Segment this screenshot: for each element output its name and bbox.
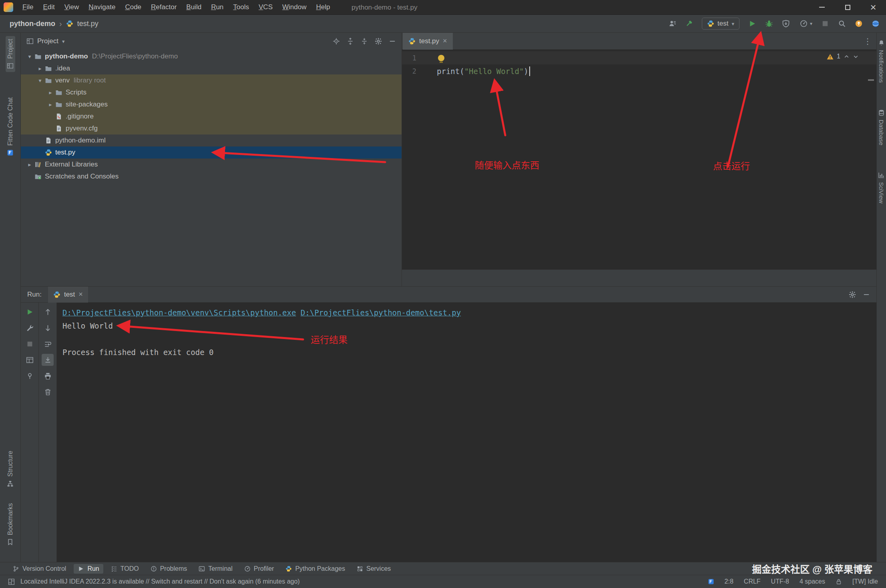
fitten-icon[interactable]	[708, 578, 714, 585]
tool-button-sciview[interactable]: SciView	[877, 169, 886, 206]
menu-window[interactable]: Window	[278, 2, 311, 13]
search-icon[interactable]	[838, 20, 846, 28]
expand-all-icon[interactable]	[347, 38, 354, 45]
stop-button[interactable]	[24, 338, 36, 350]
status-tw-idle[interactable]: [TW] Idle	[852, 578, 878, 585]
tool-window-button-profiler[interactable]: Profiler	[240, 564, 278, 574]
tool-button-bookmarks[interactable]: Bookmarks	[6, 500, 15, 548]
coverage-button[interactable]	[782, 20, 790, 28]
down-stacktrace-button[interactable]	[42, 322, 54, 334]
console-link[interactable]: D:\ProjectFlies\python-demo\test.py	[301, 308, 461, 317]
profiler-button[interactable]	[799, 20, 812, 28]
status-2-8[interactable]: 2:8	[725, 578, 733, 585]
update-icon[interactable]	[855, 20, 863, 28]
stop-button[interactable]	[821, 20, 829, 28]
gear-icon[interactable]	[849, 291, 856, 298]
menu-edit[interactable]: Edit	[38, 2, 59, 13]
chevron-collapsed-icon[interactable]: ▸	[35, 65, 45, 72]
hide-panel-icon[interactable]	[389, 38, 396, 45]
gear-icon[interactable]	[375, 38, 382, 45]
next-problem-icon[interactable]	[853, 54, 859, 60]
chevron-expanded-icon[interactable]: ▾	[25, 53, 34, 60]
run-console[interactable]: D:\ProjectFlies\python-demo\venv\Scripts…	[57, 303, 876, 562]
tree-item-site-packages[interactable]: ▸site-packages	[21, 98, 402, 110]
tool-button-database[interactable]: Database	[877, 106, 886, 148]
tool-button-structure[interactable]: Structure	[6, 448, 15, 490]
status-crlf[interactable]: CRLF	[744, 578, 761, 585]
menu-help[interactable]: Help	[311, 2, 334, 13]
intention-bulb-icon[interactable]	[438, 55, 444, 61]
tool-window-button-run[interactable]: Run	[74, 564, 103, 574]
menu-vcs[interactable]: VCS	[254, 2, 277, 13]
status-4-spaces[interactable]: 4 spaces	[800, 578, 825, 585]
pin-tab-button[interactable]	[24, 370, 36, 382]
editor-tab-testpy[interactable]: test.py	[403, 33, 453, 50]
prev-problem-icon[interactable]	[844, 54, 850, 60]
run-config-select[interactable]: test	[702, 18, 739, 30]
minimize-button[interactable]	[809, 0, 835, 14]
tree-item-scratches-and-consoles[interactable]: Scratches and Consoles	[21, 171, 402, 183]
soft-wrap-button[interactable]	[42, 338, 54, 350]
chevron-expanded-icon[interactable]: ▾	[35, 77, 45, 84]
chevron-collapsed-icon[interactable]: ▸	[46, 89, 55, 96]
inspections-widget[interactable]: 1	[827, 53, 859, 60]
menu-code[interactable]: Code	[121, 2, 146, 13]
tree-item-scripts[interactable]: ▸Scripts	[21, 86, 402, 98]
tree-item-idea[interactable]: ▸.idea	[21, 62, 402, 74]
maximize-button[interactable]	[835, 0, 860, 14]
tree-item-gitignore[interactable]: .gitignore	[21, 110, 402, 122]
tool-window-button-todo[interactable]: TODO	[107, 564, 143, 574]
close-tab-icon[interactable]	[443, 37, 447, 45]
menu-refactor[interactable]: Refactor	[147, 2, 181, 13]
tool-window-button-terminal[interactable]: Terminal	[195, 564, 236, 574]
hide-panel-icon[interactable]	[863, 291, 870, 298]
tool-window-button-python-packages[interactable]: Python Packages	[281, 564, 349, 574]
print-console-button[interactable]	[42, 370, 54, 382]
run-tab-test[interactable]: test	[48, 287, 88, 303]
tree-item-python-demo[interactable]: ▾python-demoD:\ProjectFlies\python-demo	[21, 50, 402, 62]
tool-window-switcher-icon[interactable]	[8, 578, 15, 585]
more-options-icon[interactable]	[864, 36, 872, 46]
collapse-all-icon[interactable]	[361, 38, 368, 45]
profile-icon[interactable]	[668, 20, 676, 28]
code-area[interactable]: 1 2 print("Hello World") 1	[402, 50, 876, 269]
up-stacktrace-button[interactable]	[42, 306, 54, 318]
rerun-button[interactable]	[24, 306, 36, 318]
lock-icon[interactable]	[836, 578, 842, 585]
menu-tools[interactable]: Tools	[229, 2, 253, 13]
status-message[interactable]: Localized IntelliJ IDEA 2022.2.3 is avai…	[20, 578, 300, 585]
tool-window-button-version-control[interactable]: Version Control	[9, 564, 70, 574]
menu-view[interactable]: View	[60, 2, 84, 13]
tool-button-notifications[interactable]: Notifications	[877, 37, 886, 86]
tree-item-venv[interactable]: ▾venvlibrary root	[21, 74, 402, 86]
debug-button[interactable]	[765, 20, 773, 28]
tool-window-button-services[interactable]: Services	[353, 564, 395, 574]
menu-build[interactable]: Build	[182, 2, 206, 13]
menu-run[interactable]: Run	[207, 2, 228, 13]
breadcrumb-file[interactable]: test.py	[77, 20, 98, 28]
tree-item-test-py[interactable]: test.py	[21, 146, 402, 159]
locate-file-icon[interactable]	[333, 38, 340, 45]
tree-item-pyvenv-cfg[interactable]: pyvenv.cfg	[21, 122, 402, 134]
status-utf-8[interactable]: UTF-8	[771, 578, 789, 585]
clear-console-button[interactable]	[42, 386, 54, 398]
project-panel-title[interactable]: Project	[26, 37, 64, 45]
restore-layout-button[interactable]	[24, 354, 36, 366]
close-tab-icon[interactable]	[78, 290, 83, 299]
close-button[interactable]	[860, 0, 886, 14]
tool-button-fitten-code-chat[interactable]: Fitten Code Chat	[6, 94, 15, 159]
breadcrumb-project[interactable]: python-demo	[10, 20, 55, 28]
tool-button-project[interactable]: Project	[6, 36, 15, 72]
tool-window-button-problems[interactable]: Problems	[147, 564, 191, 574]
edit-configuration-button[interactable]	[24, 322, 36, 334]
chevron-collapsed-icon[interactable]: ▸	[25, 161, 34, 168]
tree-item-external-libraries[interactable]: ▸External Libraries	[21, 159, 402, 171]
menu-navigate[interactable]: Navigate	[84, 2, 120, 13]
run-button[interactable]	[748, 20, 756, 28]
scroll-to-end-button[interactable]	[42, 354, 54, 366]
plugin-icon[interactable]	[872, 20, 880, 28]
chevron-collapsed-icon[interactable]: ▸	[46, 101, 55, 108]
menu-file[interactable]: File	[18, 2, 38, 13]
tree-item-python-demo-iml[interactable]: python-demo.iml	[21, 134, 402, 146]
build-hammer-icon[interactable]	[685, 20, 693, 28]
